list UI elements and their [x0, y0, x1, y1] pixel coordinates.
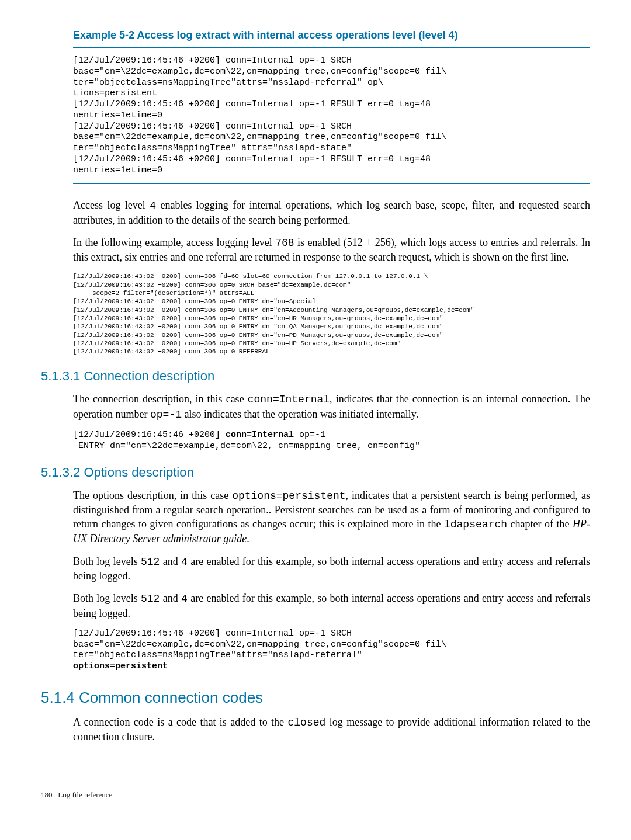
example-box: [12/Jul/2009:16:45:46 +0200] conn=Intern… [73, 47, 590, 184]
options-description-para2: Both log levels 512 and 4 are enabled fo… [73, 554, 590, 584]
paragraph-access-log-level-4: Access log level 4 enables logging for i… [73, 198, 590, 227]
options-description-para3: Both log levels 512 and 4 are enabled fo… [73, 591, 590, 620]
footer-text: Log file reference [58, 790, 112, 799]
example-code: [12/Jul/2009:16:45:46 +0200] conn=Intern… [73, 55, 590, 176]
heading-5-1-3-1: 5.1.3.1 Connection description [41, 369, 590, 384]
common-connection-codes-para: A connection code is a code that is adde… [73, 715, 590, 744]
small-code-block: [12/Jul/2009:16:43:02 +0200] conn=306 fd… [73, 272, 590, 356]
options-description-para1: The options description, in this case op… [73, 488, 590, 546]
example-title: Example 5-2 Access log extract with inte… [73, 29, 590, 41]
paragraph-access-log-level-768: In the following example, access logging… [73, 235, 590, 265]
page-number: 180 [41, 790, 53, 799]
page-container: Example 5-2 Access log extract with inte… [0, 0, 631, 835]
heading-5-1-4: 5.1.4 Common connection codes [41, 689, 590, 707]
options-code-sample: [12/Jul/2009:16:45:46 +0200] conn=Intern… [73, 629, 590, 672]
page-footer: 180 Log file reference [41, 790, 590, 800]
connection-description-paragraph: The connection description, in this case… [73, 392, 590, 422]
heading-5-1-3-2: 5.1.3.2 Options description [41, 465, 590, 480]
connection-code-sample: [12/Jul/2009:16:45:46 +0200] conn=Intern… [73, 430, 590, 452]
